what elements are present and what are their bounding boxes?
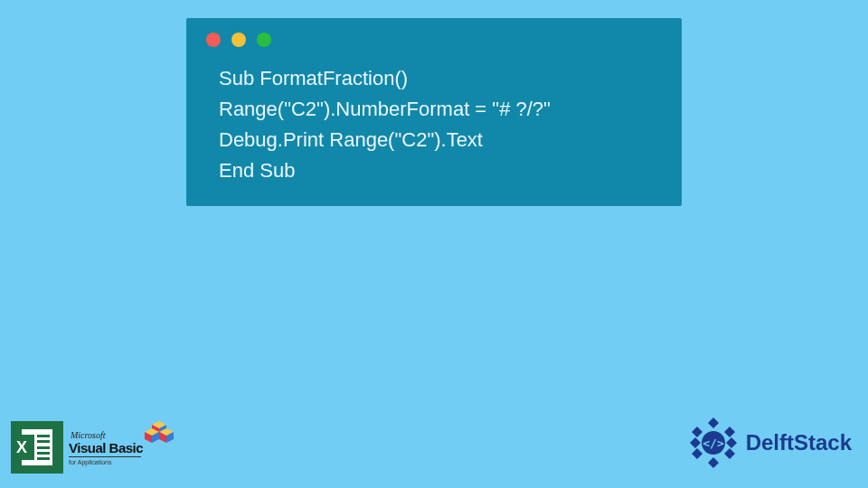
code-line: Sub FormatFraction() bbox=[219, 67, 408, 89]
svg-text:</>: </> bbox=[703, 436, 724, 450]
cubes-icon bbox=[145, 419, 175, 446]
svg-marker-10 bbox=[724, 427, 735, 437]
maximize-icon[interactable] bbox=[257, 33, 271, 47]
svg-marker-12 bbox=[726, 437, 737, 448]
vb-subtitle: for Applications bbox=[69, 456, 141, 465]
close-icon[interactable] bbox=[206, 33, 221, 47]
code-line: Range("C2").NumberFormat = "# ?/?" bbox=[219, 98, 551, 120]
window-controls bbox=[186, 18, 682, 47]
delftstack-icon: </> bbox=[686, 416, 741, 470]
code-block: Sub FormatFraction() Range("C2").NumberF… bbox=[186, 47, 682, 186]
code-window: Sub FormatFraction() Range("C2").NumberF… bbox=[186, 18, 682, 206]
delftstack-label: DelftStack bbox=[746, 430, 852, 455]
svg-marker-16 bbox=[708, 457, 719, 468]
svg-marker-11 bbox=[692, 427, 703, 437]
footer-right: </> DelftStack bbox=[686, 416, 852, 470]
minimize-icon[interactable] bbox=[231, 33, 246, 47]
excel-letter: X bbox=[16, 438, 27, 457]
excel-icon: X bbox=[11, 421, 63, 474]
svg-marker-13 bbox=[690, 437, 701, 448]
visual-basic-badge: Microsoft Visual Basic for Applications bbox=[69, 430, 168, 465]
svg-marker-9 bbox=[708, 418, 719, 428]
svg-marker-15 bbox=[692, 448, 703, 459]
code-line: End Sub bbox=[219, 159, 295, 182]
svg-marker-14 bbox=[724, 448, 735, 459]
footer-left: X Microsoft Visual Basic for Application… bbox=[11, 421, 168, 474]
code-line: Debug.Print Range("C2").Text bbox=[219, 128, 483, 151]
